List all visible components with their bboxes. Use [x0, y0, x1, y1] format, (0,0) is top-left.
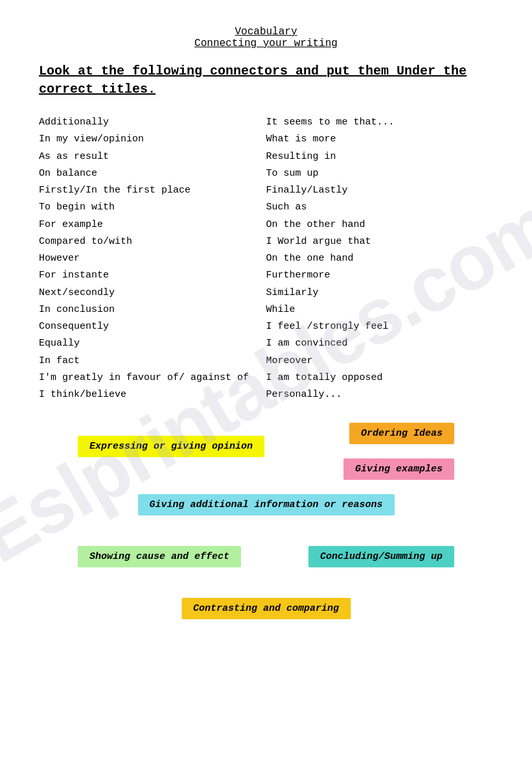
connector-item: I am totally opposed: [266, 370, 494, 386]
connector-item: Compared to/with: [39, 233, 266, 250]
connector-item: In my view/opinion: [39, 131, 266, 148]
connector-item: For instante: [39, 267, 266, 284]
connector-item: In fact: [39, 353, 266, 370]
connector-item: Additionally: [39, 114, 266, 131]
instruction-text: Look at the following connectors and put…: [39, 62, 493, 99]
connector-item: However: [39, 250, 266, 267]
connector-item: Finally/Lastly: [266, 182, 494, 199]
connector-item: I World argue that: [266, 233, 494, 250]
connector-item: Similarly: [266, 285, 494, 302]
connector-item: On balance: [39, 165, 266, 182]
connector-item: For example: [39, 217, 266, 233]
connector-item: Firstly/In the first place: [39, 182, 266, 199]
label-giving-examples: Giving examples: [343, 458, 454, 480]
label-expressing-opinion: Expressing or giving opinion: [78, 436, 264, 457]
connector-item: What is more: [266, 131, 494, 148]
connector-item: Furthermore: [266, 267, 494, 284]
label-cause-effect: Showing cause and effect: [78, 546, 241, 567]
connector-item: Resulting in: [266, 148, 494, 165]
page-header: Vocabulary Connecting your writing: [39, 26, 493, 49]
connector-item: To begin with: [39, 199, 266, 216]
subtitle: Connecting your writing: [39, 38, 493, 49]
connector-item: I feel /strongly feel: [266, 318, 494, 335]
connector-item: On the one hand: [266, 250, 494, 267]
label-giving-additional: Giving additional information or reasons: [137, 494, 394, 515]
connector-item: On the other hand: [266, 217, 494, 233]
vocab-title: Vocabulary: [39, 26, 493, 38]
connector-item: Moreover: [266, 353, 494, 370]
connector-item: Such as: [266, 199, 494, 216]
connector-item: Consequently: [39, 318, 266, 335]
connector-item: To sum up: [266, 165, 494, 182]
connector-item: Personally...: [266, 386, 494, 403]
right-column: It seems to me that...What is moreResult…: [266, 114, 494, 403]
connector-item: I think/believe: [39, 386, 266, 403]
label-contrasting: Contrasting and comparing: [181, 598, 351, 619]
connector-item: As as result: [39, 148, 266, 165]
label-ordering-ideas: Ordering Ideas: [349, 423, 454, 444]
connectors-grid: AdditionallyIn my view/opinionAs as resu…: [39, 114, 493, 403]
label-concluding: Concluding/Summing up: [308, 546, 454, 567]
connector-item: It seems to me that...: [266, 114, 494, 131]
connector-item: While: [266, 302, 494, 318]
connector-item: I am convinced: [266, 335, 494, 352]
connector-item: I'm greatly in favour of/ against of: [39, 370, 266, 386]
connector-item: In conclusion: [39, 302, 266, 318]
left-column: AdditionallyIn my view/opinionAs as resu…: [39, 114, 266, 403]
connector-item: Next/secondly: [39, 285, 266, 302]
labels-section: Expressing or giving opinion Ordering Id…: [39, 423, 493, 637]
connector-item: Equally: [39, 335, 266, 352]
